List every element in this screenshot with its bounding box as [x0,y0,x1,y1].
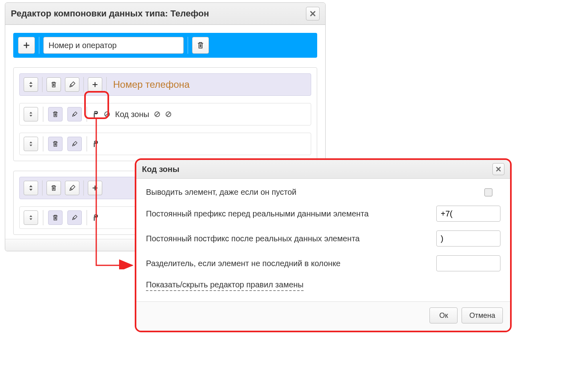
ban-icon [154,111,160,117]
pencil-icon [69,81,75,88]
ban-icon [104,111,110,117]
reorder-handle[interactable] [24,210,38,225]
trash-icon [197,42,204,49]
delete-composite-button[interactable] [47,181,61,195]
ban-icon [165,111,172,117]
separator-input[interactable] [436,255,500,271]
edit-composite-button[interactable] [65,77,79,92]
edit-field-button[interactable] [67,137,82,151]
delete-composite-button[interactable] [47,77,61,92]
dialog-header: Код зоны [136,160,510,179]
divider [42,180,43,196]
trash-icon [53,111,58,117]
dialog-close-button[interactable] [492,163,504,175]
add-child-button[interactable] [88,77,102,92]
delete-section-button[interactable] [192,37,209,54]
divider [87,210,87,225]
sort-icon [28,184,34,192]
separator-label: Разделитель, если элемент не последний в… [146,259,428,268]
divider [43,136,43,152]
trash-icon [53,214,58,221]
link-icon [92,111,99,118]
dialog-footer: Ок Отмена [136,301,510,331]
cancel-button[interactable]: Отмена [462,307,503,323]
plus-icon [23,42,30,48]
reorder-handle[interactable] [24,137,38,151]
divider [106,77,107,92]
show-if-empty-checkbox[interactable] [484,188,492,196]
trash-icon [51,81,57,88]
editor-header: Редактор компоновки данных типа: Телефон [5,3,325,25]
dialog-body: Выводить элемент, даже если он пустой По… [136,179,510,301]
edit-composite-button[interactable] [65,181,79,195]
field-label: Код зоны [115,110,149,119]
divider [83,180,84,196]
divider [83,77,84,92]
divider [43,210,43,225]
divider [188,37,188,54]
form-row-postfix: Постоянный постфикс после реальных данны… [146,230,500,247]
form-row-separator: Разделитель, если элемент не последний в… [146,255,500,271]
section-bar [13,33,317,58]
edit-field-button[interactable] [67,210,82,225]
reorder-handle[interactable] [24,181,38,195]
sort-icon [28,81,34,88]
delete-field-button[interactable] [48,210,63,225]
section-name-input[interactable] [43,37,184,54]
toggle-rules-link[interactable]: Показать/скрыть редактор правил замены [146,280,304,291]
pencil-icon [72,215,77,220]
divider [43,107,43,122]
field-row [19,133,311,155]
divider [42,77,43,92]
editor-close-button[interactable] [306,7,320,20]
composite-row-header: Номер телефона [19,73,311,96]
field-row-kod-zony: Код зоны [19,103,311,125]
trash-icon [53,141,58,147]
reorder-handle[interactable] [24,77,38,92]
delete-field-button[interactable] [48,107,63,121]
add-section-button[interactable] [18,37,35,54]
link-icon [92,214,99,221]
prefix-label: Постоянный префикс перед реальными данны… [146,209,428,218]
sort-icon [28,141,33,147]
add-child-button[interactable] [88,181,102,195]
trash-icon [51,185,57,191]
pencil-icon [72,141,77,147]
plus-icon [92,185,98,191]
field-settings-dialog: Код зоны Выводить элемент, даже если он … [135,158,512,332]
delete-field-button[interactable] [48,137,63,151]
prefix-input[interactable] [436,206,500,222]
form-row-show-if-empty: Выводить элемент, даже если он пустой [146,188,500,197]
divider [39,37,39,54]
close-icon [310,10,316,17]
postfix-input[interactable] [436,230,500,247]
show-if-empty-label: Выводить элемент, даже если он пустой [146,188,476,197]
composite-panel-1: Номер телефона [13,67,317,161]
plus-icon [92,82,98,87]
sort-icon [28,214,33,221]
pencil-icon [69,185,75,191]
divider [87,136,87,152]
editor-title: Редактор компоновки данных типа: Телефон [11,8,209,19]
pencil-icon [72,111,77,117]
composite-label: Номер телефона [113,79,190,90]
dialog-title: Код зоны [142,165,179,174]
edit-field-button[interactable] [67,107,82,121]
link-icon [92,140,99,148]
ok-button[interactable]: Ок [429,307,458,323]
sort-icon [28,111,33,117]
reorder-handle[interactable] [24,107,38,121]
close-icon [496,166,501,172]
postfix-label: Постоянный постфикс после реальных данны… [146,234,428,243]
form-row-prefix: Постоянный префикс перед реальными данны… [146,206,500,222]
toggle-rules-row: Показать/скрыть редактор правил замены [146,280,500,291]
divider [87,107,87,122]
